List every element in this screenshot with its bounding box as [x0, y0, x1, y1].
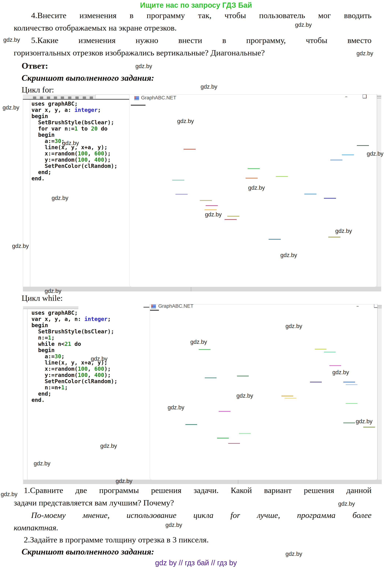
code-token-id: y:=random(: [31, 157, 78, 163]
code-token-num: 400: [94, 372, 104, 378]
line-segment-w1: [328, 237, 340, 237]
question5-line2: горизонтальных отрезков изображались вер…: [14, 48, 265, 57]
editor-gutter-2[interactable]: [27, 309, 28, 480]
graphabc-titlebar-2[interactable]: GraphABC.NET – ❑ ✕: [150, 304, 378, 311]
code-line: n:=1;: [31, 335, 117, 341]
code-token-id: [31, 125, 38, 132]
gdz-watermark: gdz.by: [280, 252, 297, 258]
gdz-watermark: gdz.by: [356, 50, 373, 57]
minimize-button[interactable]: –: [342, 94, 350, 99]
gdz-watermark: gdz.by: [285, 323, 302, 329]
gdz-watermark: gdz.by: [295, 22, 312, 28]
line-segment-w2: [346, 403, 357, 404]
code-token-kw: for: [38, 125, 48, 132]
toolbar-icon-fragment: [40, 97, 43, 99]
toolbar-icon-fragment: [90, 97, 93, 99]
code-line: SetBrushStyle(bsClear);: [31, 328, 117, 335]
strip-divider-1: [191, 287, 191, 291]
code-token-id: [31, 347, 38, 353]
code-token-num: 100: [78, 372, 88, 378]
line-segment-w1: [183, 149, 196, 150]
gdz-watermark: gdz.by: [3, 37, 20, 43]
code-token-id: .: [41, 175, 45, 182]
line-segment-w2: [363, 427, 375, 428]
code-token-kw: var: [31, 316, 41, 322]
code-line: end.: [31, 175, 117, 182]
code-token-kw: begin: [38, 132, 55, 138]
code-token-id: a:=: [31, 138, 55, 144]
code-token-kw: begin: [31, 113, 48, 119]
line-segment-w2: [285, 398, 296, 399]
code-token-id: [48, 125, 51, 132]
toolbar-remnant-box: [96, 94, 130, 99]
code-token-kw: uses: [31, 100, 45, 107]
vertical-scrollbar-1[interactable]: [377, 94, 381, 287]
code-token-id: ,: [88, 372, 94, 378]
code-line: x:=random(100, 600);: [31, 366, 117, 372]
code-token-num: 400: [94, 157, 104, 163]
code-line: end.: [31, 397, 117, 403]
code-token-id: ;: [48, 390, 51, 397]
code-token-kw: end: [31, 175, 41, 182]
code-token-num: 21: [65, 341, 71, 347]
line-segment-w2: [324, 352, 336, 352]
scrollbar-arrow-line4: [378, 308, 382, 308]
toolbar-dash-fragment: [143, 307, 149, 308]
code-line: y:=random(100, 400);: [31, 372, 117, 378]
code-token-num: 1: [61, 384, 65, 391]
gdz-watermark: gdz.by: [91, 356, 107, 362]
line-segment-w2: [185, 424, 197, 425]
code-token-id: n:=: [61, 125, 74, 132]
gdz-watermark: gdz.by: [205, 211, 222, 218]
code-token-id: ;: [51, 334, 55, 341]
code-token-id: [71, 341, 74, 347]
editor-gutter[interactable]: [30, 100, 30, 287]
code-token-id: ;: [98, 107, 101, 113]
code-token-id: );: [104, 157, 111, 163]
scrollbar-arrow-line: [377, 96, 381, 97]
maximize-button[interactable]: ❑: [360, 94, 369, 99]
graphabc-titlebar-1[interactable]: GraphABC.NET – ❑ ✕: [129, 95, 377, 102]
while-loop-label: Цикл while:: [22, 293, 63, 303]
toolbar-icon-fragment: [61, 97, 64, 99]
vertical-scrollbar-2[interactable]: [377, 304, 382, 480]
line-segment-w2: [343, 423, 355, 423]
line-segment-w2: [343, 382, 355, 383]
screenshot-label-2: Скриншот выполненного задания:: [22, 547, 154, 557]
code-line: begin: [31, 347, 117, 353]
code-token-id: [88, 125, 91, 132]
gdz-watermark: gdz.by: [335, 228, 352, 234]
code-line: end;: [31, 391, 117, 397]
line-segment-w1: [324, 198, 336, 199]
code-token-kw: to: [81, 125, 88, 132]
scrollbar-arrow-line2: [377, 98, 381, 98]
gdz-watermark: gdz.by: [62, 140, 79, 146]
code-line: SetPenColor(clRandom);: [31, 378, 117, 385]
graph-canvas-1: [129, 102, 377, 287]
code-token-kw: var: [31, 107, 41, 113]
toolbar-icon-fragment: [68, 97, 71, 99]
gdz-watermark: gdz.by: [367, 150, 383, 157]
code-token-num: 100: [78, 366, 88, 372]
code-token-id: n<: [55, 341, 64, 347]
code-token-kw: do: [74, 341, 81, 347]
code-token-kw: while: [38, 341, 55, 347]
code-token-id: x, y, a, n:: [41, 316, 84, 322]
line-segment-w1: [205, 209, 217, 210]
gdz-watermark: gdz.by: [332, 369, 349, 376]
line-segment-w1: [172, 180, 184, 181]
code-token-kw: var: [51, 125, 61, 132]
window-title-1: GraphABC.NET: [141, 95, 176, 101]
code-token-num: 1: [48, 334, 51, 341]
gdz-watermark: gdz.by: [248, 185, 265, 191]
code-token-id: ,: [88, 366, 94, 372]
gdz-watermark: gdz.by: [45, 288, 61, 294]
opinion-line1: По-моему мнение, использование цикла for…: [31, 510, 372, 520]
line-segment-w1: [176, 194, 188, 195]
line-segment-w1: [227, 216, 239, 216]
minimize-button-2[interactable]: –: [353, 304, 362, 309]
graphabc-app-icon-2: [151, 304, 156, 309]
gdz-watermark: gdz.by: [12, 243, 29, 249]
graphabc-window-2: GraphABC.NET – ❑ ✕: [150, 304, 378, 480]
strip-divider-2: [238, 480, 238, 484]
